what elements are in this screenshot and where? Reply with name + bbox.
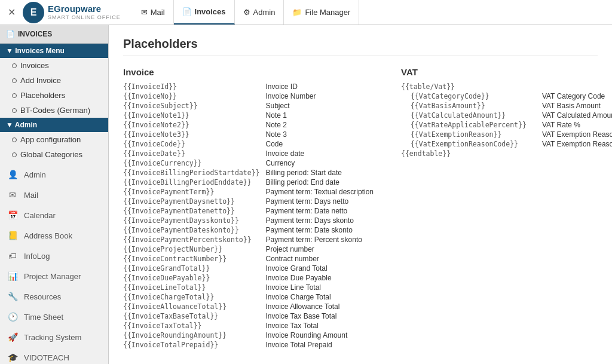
vat-code: {{VatRateApplicablePercent}} — [401, 120, 533, 130]
vat-table-end-code: {{endtable}} — [401, 149, 612, 158]
sidebar-item-app-config-label: App configuration — [20, 135, 81, 144]
admin-menu-toggle[interactable]: ▼ Admin — [0, 118, 108, 132]
invoice-code: {{InvoicePaymentDateskonto}} — [123, 225, 265, 235]
table-row: {{InvoiceTaxTotal}}Invoice Tax Total — [123, 321, 377, 331]
table-row: {{VatRateApplicablePercent}}VAT Rate % — [401, 120, 612, 130]
table-row: {{InvoiceContractNumber}}Contract number — [123, 254, 377, 264]
table-row: {{endtable}} — [401, 149, 612, 158]
sidebar-item-tracking-app[interactable]: 🚀 Tracking System — [0, 327, 108, 347]
vat-code: {{VatExemptionReasonCode}} — [401, 139, 533, 149]
sidebar-item-admin-app[interactable]: 👤 Admin — [0, 164, 108, 185]
invoice-code: {{InvoiceBillingPeriodStartdate}} — [123, 168, 265, 178]
table-row: {{VatCategoryCode}}VAT Category Code — [401, 91, 612, 101]
vat-section: VAT {{table/Vat}} {{VatCategoryCode}}VAT… — [401, 67, 612, 350]
tab-invoices[interactable]: 📄 Invoices — [174, 0, 235, 25]
sidebar-item-calendar-app[interactable]: 📅 Calendar — [0, 205, 108, 225]
filemanager-icon: 📁 — [292, 8, 302, 17]
sidebar-item-invoices[interactable]: Invoices — [0, 58, 108, 73]
invoice-code: {{InvoiceNote3}} — [123, 130, 265, 139]
invoice-label: Invoice Tax Total — [265, 321, 377, 331]
table-row: {{InvoiceTotalPrepaid}}Invoice Total Pre… — [123, 340, 377, 350]
sidebar-item-placeholders[interactable]: Placeholders — [0, 88, 108, 103]
page-title: Placeholders — [123, 37, 598, 56]
vat-label: VAT Rate % — [533, 120, 612, 130]
close-button[interactable]: ✕ — [5, 6, 18, 19]
sidebar-item-projectmanager-app[interactable]: 📊 Project Manager — [0, 266, 108, 286]
sidebar-projectmanager-app-label: Project Manager — [24, 272, 81, 281]
sidebar-item-app-config[interactable]: App configuration — [0, 132, 108, 147]
table-row: {{InvoicePaymentDatenetto}}Payment term:… — [123, 206, 377, 216]
invoice-label: Invoice Grand Total — [265, 264, 377, 273]
sidebar-tracking-app-label: Tracking System — [24, 333, 81, 342]
invoices-sidebar-icon: 📄 — [6, 30, 15, 38]
invoice-code: {{InvoiceProjectNumber}} — [123, 244, 265, 254]
dot-icon — [12, 63, 17, 68]
invoice-label: Invoice Line Total — [265, 283, 377, 292]
table-row: {{InvoicePaymentDaysskonto}}Payment term… — [123, 216, 377, 225]
invoice-label: Project number — [265, 244, 377, 254]
tab-mail-label: Mail — [151, 8, 165, 17]
admin-menu-label: ▼ Admin — [6, 121, 37, 129]
invoice-label: Note 3 — [265, 130, 377, 139]
sidebar-item-placeholders-label: Placeholders — [20, 91, 65, 100]
sidebar-item-add-invoice[interactable]: Add Invoice — [0, 73, 108, 88]
vat-subtable: {{VatCategoryCode}}VAT Category Code{{Va… — [401, 91, 612, 149]
sidebar-item-resources-app[interactable]: 🔧 Resources — [0, 286, 108, 307]
tab-mail[interactable]: ✉ Mail — [133, 0, 174, 25]
sidebar-item-timesheet-app[interactable]: 🕐 Time Sheet — [0, 307, 108, 327]
tab-admin[interactable]: ⚙ Admin — [235, 0, 284, 25]
sidebar-item-infolog-app[interactable]: 🏷 InfoLog — [0, 246, 108, 266]
sidebar-item-mail-app[interactable]: ✉ Mail — [0, 185, 108, 205]
table-row: {{InvoiceNote2}}Note 2 — [123, 120, 377, 130]
invoice-code: {{InvoiceGrandTotal}} — [123, 264, 265, 273]
sidebar-item-btcodes[interactable]: BT-Codes (German) — [0, 103, 108, 118]
tab-filemanager[interactable]: 📁 File Manager — [284, 0, 359, 25]
table-row: {{InvoiceBillingPeriodEnddate}}Billing p… — [123, 178, 377, 187]
invoice-code: {{InvoiceNote1}} — [123, 111, 265, 120]
vat-code: {{VatExemptionReason}} — [401, 130, 533, 139]
invoice-label: Invoice Total Prepaid — [265, 340, 377, 350]
addressbook-app-icon: 📒 — [6, 229, 19, 242]
sidebar-item-vidoteach-app[interactable]: 🎓 VIDOTEACH — [0, 347, 108, 364]
invoice-section: Invoice {{InvoiceId}}Invoice ID{{Invoice… — [123, 67, 377, 350]
invoice-code: {{InvoicePaymentDaysnetto}} — [123, 197, 265, 206]
timesheet-app-icon: 🕐 — [6, 310, 19, 323]
sidebar-header: 📄 INVOICES — [0, 25, 108, 44]
tab-admin-label: Admin — [253, 8, 276, 17]
table-row: {{InvoiceCode}}Code — [123, 139, 377, 149]
sidebar-addressbook-app-label: Address Book — [24, 231, 72, 240]
table-row: {{InvoiceLineTotal}}Invoice Line Total — [123, 283, 377, 292]
nav-tabs: ✉ Mail 📄 Invoices ⚙ Admin 📁 File Manager — [133, 0, 360, 25]
invoice-label: Note 1 — [265, 111, 377, 120]
invoice-code: {{InvoicePaymentDatenetto}} — [123, 206, 265, 216]
dot-icon — [12, 93, 17, 98]
tab-filemanager-label: File Manager — [305, 8, 350, 17]
placeholders-grid: Invoice {{InvoiceId}}Invoice ID{{Invoice… — [123, 67, 598, 350]
sidebar-admin-app-label: Admin — [24, 170, 46, 179]
vat-end-table: {{endtable}} — [401, 149, 612, 158]
invoice-label: Payment term: Percent skonto — [265, 235, 377, 244]
invoice-section-title: Invoice — [123, 67, 377, 77]
admin-icon: ⚙ — [243, 8, 250, 17]
invoice-code: {{InvoicePaymentDaysskonto}} — [123, 216, 265, 225]
invoice-code: {{InvoicePaymentTerm}} — [123, 187, 265, 197]
invoice-code: {{InvoiceCode}} — [123, 139, 265, 149]
sidebar-mail-app-label: Mail — [24, 191, 38, 200]
table-row: {{InvoiceNote1}}Note 1 — [123, 111, 377, 120]
vat-label: VAT Category Code — [533, 91, 612, 101]
vat-label: VAT Basis Amount — [533, 101, 612, 111]
invoices-icon: 📄 — [182, 7, 192, 16]
vat-section-title: VAT — [401, 67, 612, 77]
sidebar-item-addressbook-app[interactable]: 📒 Address Book — [0, 225, 108, 246]
sidebar-item-global-categories[interactable]: Global Categories — [0, 147, 108, 162]
table-row: {{InvoicePaymentDaysnetto}}Payment term:… — [123, 197, 377, 206]
invoice-code: {{InvoiceAllowanceTotal}} — [123, 302, 265, 311]
table-row: {{InvoiceDuePayable}}Invoice Due Payable — [123, 273, 377, 283]
vat-label: VAT Calculated Amount — [533, 111, 612, 120]
invoice-table: {{InvoiceId}}Invoice ID{{InvoiceNo}}Invo… — [123, 82, 377, 350]
dot-icon — [12, 108, 17, 113]
invoice-label: Invoice Allowance Total — [265, 302, 377, 311]
invoices-menu-toggle[interactable]: ▼ Invoices Menu — [0, 44, 108, 58]
sidebar-item-global-categories-label: Global Categories — [20, 150, 82, 159]
vat-table-start-code: {{table/Vat}} — [401, 82, 612, 91]
